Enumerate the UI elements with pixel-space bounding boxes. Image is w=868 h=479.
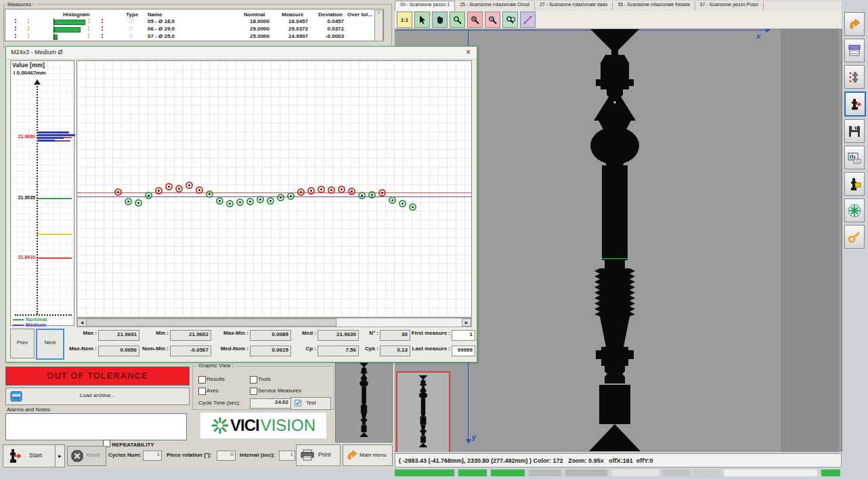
col-overtol: Over tol... bbox=[347, 12, 372, 18]
measure-line-button[interactable] bbox=[520, 12, 536, 28]
print-preview-button[interactable] bbox=[844, 39, 865, 62]
main-menu-button[interactable]: Main menu bbox=[343, 444, 393, 466]
table-row[interactable]: ∅ 07 - Ø 25.0 25.0000 24.9997 -0.0003 bbox=[5, 33, 383, 40]
print-label: Print bbox=[318, 451, 331, 458]
main-menu-side-button[interactable] bbox=[844, 12, 865, 36]
back-arrow-icon bbox=[848, 18, 861, 31]
viewer-toolbar: 1:1 bbox=[395, 11, 842, 29]
tab-scan-4[interactable]: 37 - Scansione pezzo Posiz bbox=[695, 1, 764, 11]
load-archive-button[interactable]: Load archive... bbox=[5, 388, 190, 405]
axis-baseline bbox=[15, 314, 72, 316]
prev-button[interactable]: Prev bbox=[10, 329, 35, 358]
tools-checkbox[interactable] bbox=[250, 376, 257, 383]
measure-name: 07 - Ø 25.0 bbox=[148, 33, 175, 39]
tab-scan-3[interactable]: 35 - Scansione rotazionale fresata bbox=[613, 1, 695, 11]
rotation-field[interactable]: 0 bbox=[217, 451, 236, 461]
col-deviation: Deviation bbox=[318, 12, 343, 18]
interval-field[interactable]: 1 bbox=[279, 451, 295, 461]
measure-point bbox=[297, 188, 305, 196]
tick-label: 21.9660 bbox=[12, 134, 35, 139]
strip-cell bbox=[694, 470, 720, 476]
pan-tool-button[interactable] bbox=[432, 12, 448, 28]
one-to-one-button[interactable]: 1:1 bbox=[397, 12, 412, 28]
dialog-titlebar[interactable]: M24x3 - Medium Ø × bbox=[6, 47, 477, 60]
measure-point bbox=[348, 188, 355, 195]
distribution-bar bbox=[38, 131, 69, 133]
measure-point bbox=[368, 191, 376, 199]
plot-scrollbar[interactable]: ◀ ▶ bbox=[77, 318, 472, 327]
stat-max: 21.9691 bbox=[98, 330, 139, 341]
start-more-button[interactable]: ▶ bbox=[55, 444, 65, 467]
stat-label: Min : bbox=[140, 330, 169, 336]
results-checkbox[interactable] bbox=[198, 376, 206, 383]
zoom-tool-button[interactable] bbox=[450, 12, 465, 28]
tool-setup-button[interactable] bbox=[844, 172, 865, 196]
measure-point bbox=[358, 192, 366, 199]
report-view-icon bbox=[848, 151, 861, 165]
measure-point bbox=[145, 192, 152, 199]
tab-scan-2[interactable]: 27 - Scansione rotazionale dado bbox=[535, 1, 613, 11]
next-button[interactable]: Next bbox=[36, 329, 64, 360]
key-icon bbox=[848, 230, 861, 244]
cycles-field[interactable]: 1 bbox=[143, 451, 162, 461]
axis-title: Value [mm] bbox=[12, 62, 45, 68]
report-view-button[interactable] bbox=[844, 146, 865, 169]
tab-scan-0[interactable]: 00 - Scansione pezzo 1 bbox=[395, 1, 455, 11]
save-button[interactable] bbox=[844, 119, 865, 143]
repeatability-label: REPEATABILITY bbox=[112, 442, 154, 448]
close-icon[interactable]: × bbox=[464, 47, 473, 57]
scroll-left-icon[interactable]: ◀ bbox=[77, 318, 87, 327]
reset-button[interactable]: Reset bbox=[67, 446, 106, 466]
measure-point bbox=[236, 199, 244, 206]
first-measure-field[interactable]: 1 bbox=[452, 330, 475, 341]
start-button[interactable]: Start bbox=[3, 444, 56, 467]
axes-checkbox[interactable] bbox=[198, 388, 206, 395]
zoom-out-icon bbox=[488, 16, 497, 24]
tick-label: 21.8410 bbox=[12, 255, 35, 259]
cursor-tool-button[interactable] bbox=[414, 12, 430, 28]
zoom-in-button[interactable] bbox=[467, 12, 483, 28]
tolerance-status-banner: OUT OF TOLERANCE bbox=[5, 367, 190, 386]
measure-point bbox=[114, 188, 122, 196]
measure-point bbox=[206, 190, 213, 198]
measures-recipe-icon bbox=[848, 70, 861, 84]
measures-table[interactable]: Histogram Type Name Nominal Measure Devi… bbox=[5, 9, 384, 41]
service-measures-label: Service Measures bbox=[258, 388, 301, 394]
strip-cell bbox=[529, 470, 561, 476]
tick-label: 21.9035 bbox=[12, 195, 35, 200]
strip-cell bbox=[611, 470, 659, 476]
stat-label: First measure : bbox=[402, 330, 450, 336]
last-measure-field[interactable]: 99999 bbox=[452, 346, 475, 356]
main-menu-icon bbox=[346, 449, 358, 461]
cycle-time-label: Cycle Time (sec): bbox=[198, 400, 240, 406]
alarms-textarea[interactable] bbox=[5, 413, 187, 440]
vici-logo-button[interactable] bbox=[844, 199, 865, 222]
col-measure: Measure bbox=[282, 12, 303, 18]
piece-program-button[interactable] bbox=[844, 91, 866, 117]
tab-scan-1[interactable]: 25 - Scansione rotazionale Circol bbox=[455, 1, 535, 11]
measures-group-label: Measures : bbox=[5, 1, 37, 7]
x-axis-label: x bbox=[756, 32, 760, 40]
viewport-navigator[interactable] bbox=[396, 371, 450, 452]
print-preview-icon bbox=[848, 44, 861, 58]
service-measures-checkbox[interactable] bbox=[250, 388, 257, 395]
scroll-thumb[interactable] bbox=[86, 318, 337, 327]
zoom-region-icon bbox=[506, 16, 515, 24]
alarms-label: Alarms and Notes: bbox=[7, 407, 51, 413]
table-row[interactable]: ∅ 06 - Ø 29.0 29.0000 29.0372 0.0372 bbox=[5, 26, 383, 33]
measure-name: 05 - Ø 18.0 bbox=[148, 18, 175, 24]
table-row[interactable]: ∅ 05 - Ø 18.0 18.0000 18.0457 0.0457 bbox=[5, 18, 383, 25]
stats-bar: Prev Next Max : 21.9691 Min : 21.9602 Ma… bbox=[6, 327, 477, 361]
status-strip bbox=[395, 470, 868, 476]
measures-recipe-button[interactable] bbox=[844, 65, 865, 89]
print-button[interactable]: Print bbox=[296, 444, 341, 466]
strip-cell bbox=[395, 470, 454, 476]
zoom-region-button[interactable] bbox=[502, 12, 518, 28]
scroll-right-icon[interactable]: ▶ bbox=[462, 318, 471, 327]
cycles-label: Cycles Num: bbox=[108, 452, 141, 458]
test-button[interactable]: Test bbox=[290, 397, 331, 410]
zoom-out-button[interactable] bbox=[485, 12, 500, 28]
logo-vision-text: VISION bbox=[261, 416, 316, 435]
trend-plot[interactable] bbox=[77, 60, 472, 318]
access-key-button[interactable] bbox=[844, 225, 865, 249]
